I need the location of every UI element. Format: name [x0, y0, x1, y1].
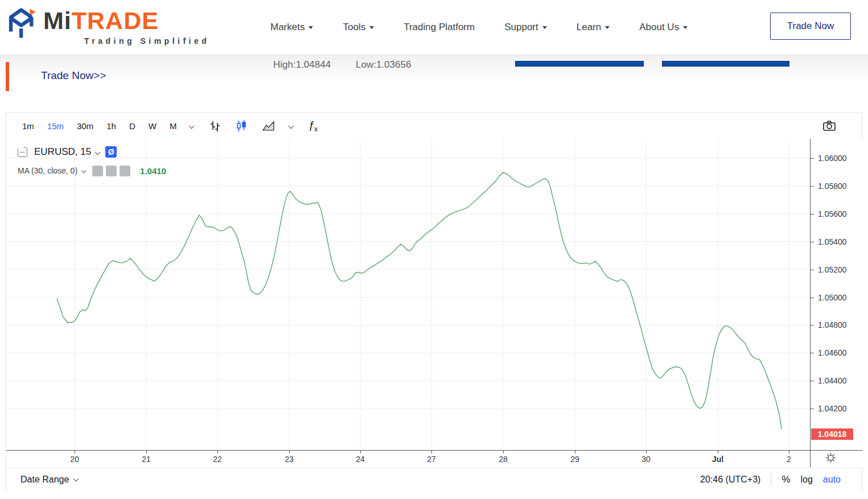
- price-axis-label: 1.04600: [818, 348, 847, 358]
- time-axis-label: 27: [419, 455, 444, 464]
- nav-item-trading-platform[interactable]: Trading Platform: [404, 22, 475, 33]
- high-value: High:1.04844: [273, 59, 331, 71]
- axis-corner-cell: [810, 450, 862, 467]
- time-axis-label: Jul: [705, 455, 730, 464]
- candlestick-chart-icon[interactable]: [235, 119, 248, 133]
- nav-item-tools[interactable]: Tools: [343, 22, 374, 33]
- time-axis-label: 29: [562, 455, 587, 464]
- low-value: Low:1.03656: [356, 59, 411, 71]
- log-scale-toggle[interactable]: log: [801, 475, 813, 485]
- price-chart-svg[interactable]: [6, 139, 810, 450]
- symbol-dropdown-icon[interactable]: [95, 149, 101, 155]
- ma-settings-gear-icon[interactable]: [106, 166, 117, 176]
- price-axis-label: 1.04200: [818, 403, 847, 414]
- price-axis-label: 1.05200: [818, 265, 847, 275]
- price-axis-label: 1.05000: [818, 292, 847, 303]
- last-price-badge: 1.04018: [811, 428, 853, 440]
- price-line-series: [57, 172, 781, 429]
- time-axis-label: 2: [776, 455, 801, 464]
- nav-item-markets[interactable]: Markets: [270, 22, 313, 33]
- chart-widget: 1m 15m 30m 1h D W M: [6, 112, 862, 490]
- chart-legend: EURUSD, 15 Ø MA (30, close, 0) 1.0410: [18, 145, 166, 178]
- ma-remove-icon[interactable]: [120, 166, 130, 176]
- price-axis-label: 1.04400: [818, 376, 847, 386]
- interval-button-m[interactable]: M: [170, 121, 177, 131]
- price-scale[interactable]: 1.04018 1.060001.058001.056001.054001.05…: [810, 139, 862, 450]
- time-axis-tick: [146, 451, 147, 453]
- auto-scale-toggle[interactable]: auto: [823, 475, 841, 485]
- nav-item-support[interactable]: Support: [504, 22, 547, 33]
- top-nav-bar: MiTRADE Trading Simplified Markets Tools…: [0, 0, 868, 54]
- dropdown-arrow-icon: [605, 26, 610, 29]
- time-axis[interactable]: 202122232427282930Jul2: [6, 450, 810, 467]
- price-axis-label: 1.05800: [818, 181, 847, 191]
- chart-bottom-bar: Date Range 20:46 (UTC+3) % log auto: [6, 468, 862, 490]
- time-axis-label: 28: [491, 455, 516, 464]
- ma-indicator-label[interactable]: MA (30, close, 0): [18, 166, 77, 175]
- series-hidden-icon[interactable]: Ø: [105, 146, 117, 158]
- area-chart-icon[interactable]: [262, 119, 275, 133]
- time-axis-tick: [75, 451, 75, 453]
- sub-header: Trade Now>> High:1.04844 Low:1.03656: [0, 54, 868, 112]
- time-axis-label: 30: [633, 455, 659, 464]
- nav-item-about-us[interactable]: About Us: [639, 22, 688, 33]
- chart-toolbar: 1m 15m 30m 1h D W M: [6, 113, 862, 139]
- accent-bar: [6, 62, 9, 91]
- interval-dropdown-icon[interactable]: [189, 123, 195, 129]
- camera-snapshot-icon[interactable]: [822, 119, 837, 133]
- price-axis-tick: [811, 409, 814, 409]
- date-range-button[interactable]: Date Range: [20, 475, 78, 485]
- ma-visibility-icon[interactable]: [92, 166, 103, 176]
- time-axis-tick: [789, 451, 789, 453]
- price-axis-label: 1.04800: [818, 320, 847, 330]
- time-axis-tick: [646, 451, 647, 453]
- buy-button-clipped[interactable]: [662, 61, 789, 67]
- interval-button-d[interactable]: D: [129, 121, 135, 131]
- chevron-down-icon: [73, 476, 79, 481]
- time-axis-label: 23: [277, 455, 302, 464]
- price-axis-tick: [811, 186, 814, 187]
- time-axis-tick: [431, 451, 432, 453]
- mitrade-logo-icon: [6, 6, 39, 41]
- timezone-clock[interactable]: 20:46 (UTC+3): [700, 475, 760, 485]
- dropdown-arrow-icon: [308, 26, 313, 29]
- trade-now-button[interactable]: Trade Now: [770, 13, 851, 40]
- main-nav: Markets Tools Trading Platform Support L…: [270, 0, 688, 54]
- indicators-fx-icon[interactable]: ƒx: [308, 119, 318, 133]
- chart-type-dropdown-icon[interactable]: [289, 123, 294, 129]
- time-axis-label: 24: [348, 455, 373, 464]
- bars-chart-icon[interactable]: [208, 119, 221, 133]
- ma-value: 1.0410: [140, 166, 166, 176]
- price-axis-tick: [811, 214, 814, 215]
- price-axis-label: 1.05400: [818, 237, 847, 247]
- dropdown-arrow-icon: [369, 26, 374, 29]
- price-axis-tick: [811, 353, 814, 353]
- nav-item-learn[interactable]: Learn: [577, 22, 610, 33]
- ma-dropdown-icon[interactable]: [81, 168, 86, 173]
- time-axis-tick: [503, 451, 504, 453]
- interval-button-15m[interactable]: 15m: [47, 121, 64, 131]
- price-axis-tick: [811, 270, 814, 270]
- interval-button-1h[interactable]: 1h: [106, 121, 116, 131]
- axis-settings-icon[interactable]: [825, 452, 836, 465]
- time-axis-label: 22: [205, 455, 230, 464]
- symbol-title[interactable]: EURUSD, 15: [34, 146, 91, 158]
- price-axis-tick: [811, 158, 814, 159]
- logo-tagline: Trading Simplified: [84, 36, 209, 46]
- interval-button-1m[interactable]: 1m: [22, 121, 34, 131]
- time-axis-label: 20: [62, 455, 87, 464]
- trade-now-link[interactable]: Trade Now>>: [41, 69, 106, 82]
- sell-button-clipped[interactable]: [515, 61, 644, 67]
- divider: [771, 473, 771, 486]
- mitrade-logo[interactable]: MiTRADE Trading Simplified: [6, 6, 209, 46]
- time-axis-tick: [718, 451, 718, 453]
- price-axis-label: 1.05600: [818, 209, 847, 219]
- price-axis-tick: [811, 381, 814, 381]
- interval-button-30m[interactable]: 30m: [77, 121, 93, 131]
- chart-plot-area[interactable]: EURUSD, 15 Ø MA (30, close, 0) 1.0410: [6, 139, 810, 450]
- interval-button-w[interactable]: W: [149, 121, 157, 131]
- price-axis-label: 1.06000: [818, 153, 847, 163]
- percent-scale-toggle[interactable]: %: [781, 474, 790, 485]
- price-axis-tick: [811, 298, 814, 298]
- time-axis-tick: [575, 451, 575, 453]
